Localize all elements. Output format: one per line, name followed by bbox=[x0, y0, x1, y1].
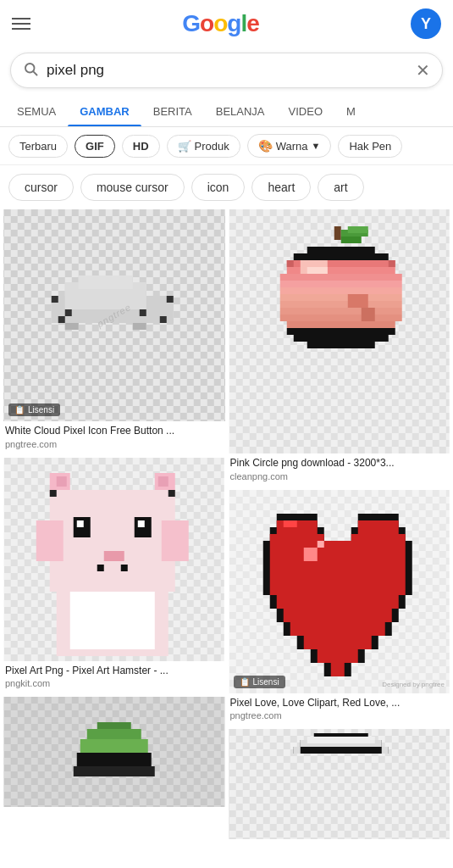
image-title-peach: Pink Circle png download - 3200*3... bbox=[230, 457, 449, 470]
svg-rect-49 bbox=[87, 729, 141, 739]
filter-terbaru[interactable]: Terbaru bbox=[8, 135, 68, 158]
image-hamster bbox=[3, 458, 225, 661]
svg-rect-15 bbox=[140, 309, 146, 316]
svg-rect-67 bbox=[279, 281, 401, 287]
tab-berita[interactable]: BERITA bbox=[141, 97, 204, 126]
menu-button[interactable] bbox=[12, 18, 30, 30]
right-column: Pink Circle png download - 3200*3... cle… bbox=[229, 209, 450, 839]
svg-rect-11 bbox=[79, 275, 133, 289]
suggestion-art[interactable]: art bbox=[318, 174, 363, 201]
tab-more[interactable]: M bbox=[334, 97, 367, 126]
image-heart: 📋 Lisensi Designed by pngtree bbox=[229, 490, 450, 693]
search-input[interactable] bbox=[47, 62, 416, 79]
svg-rect-70 bbox=[279, 301, 401, 308]
tab-video[interactable]: VIDEO bbox=[277, 97, 334, 126]
svg-rect-93 bbox=[357, 520, 398, 534]
svg-rect-128 bbox=[293, 747, 300, 754]
svg-rect-95 bbox=[351, 534, 405, 541]
tab-semua[interactable]: SEMUA bbox=[5, 97, 68, 126]
svg-rect-28 bbox=[158, 476, 168, 487]
image-card-peach[interactable]: Pink Circle png download - 3200*3... cle… bbox=[229, 209, 450, 487]
svg-rect-126 bbox=[293, 747, 388, 754]
svg-rect-106 bbox=[276, 595, 398, 609]
svg-rect-62 bbox=[307, 247, 374, 253]
tab-belanja[interactable]: BELANJA bbox=[204, 97, 277, 126]
logo-letter-o1: o bbox=[200, 10, 213, 37]
license-icon: 📋 bbox=[14, 405, 25, 415]
svg-rect-60 bbox=[347, 226, 367, 233]
search-icon bbox=[23, 61, 38, 81]
svg-rect-81 bbox=[286, 260, 293, 267]
svg-rect-110 bbox=[290, 622, 384, 636]
avatar[interactable]: Y bbox=[411, 8, 441, 39]
svg-rect-51 bbox=[77, 753, 152, 766]
filter-gif[interactable]: GIF bbox=[75, 135, 115, 158]
svg-rect-130 bbox=[307, 737, 374, 743]
filter-hd[interactable]: HD bbox=[122, 135, 160, 158]
logo-letter-e: e bbox=[246, 10, 259, 37]
svg-rect-72 bbox=[279, 314, 401, 321]
suggestion-mouse-cursor[interactable]: mouse cursor bbox=[80, 174, 185, 201]
svg-rect-98 bbox=[269, 541, 405, 554]
svg-rect-76 bbox=[307, 342, 374, 348]
license-label-heart: Lisensi bbox=[253, 677, 279, 687]
image-bottom-right bbox=[229, 729, 450, 839]
svg-rect-118 bbox=[317, 541, 323, 548]
logo-letter-l: l bbox=[240, 10, 246, 37]
svg-rect-29 bbox=[50, 490, 175, 592]
svg-rect-100 bbox=[269, 554, 405, 568]
license-label: Lisensi bbox=[28, 405, 54, 415]
license-badge: 📋 Lisensi bbox=[8, 403, 60, 416]
svg-rect-42 bbox=[168, 490, 175, 497]
svg-rect-40 bbox=[70, 592, 155, 649]
image-card-hamster[interactable]: Pixel Art Png - Pixel Art Hamster - ... … bbox=[3, 458, 225, 694]
svg-rect-116 bbox=[330, 663, 344, 676]
svg-rect-68 bbox=[279, 287, 401, 294]
svg-rect-19 bbox=[160, 316, 167, 323]
svg-rect-108 bbox=[283, 609, 391, 622]
svg-rect-13 bbox=[133, 323, 146, 330]
license-icon-heart: 📋 bbox=[240, 677, 250, 687]
filter-row: Terbaru GIF HD 🛒 Produk 🎨 Warna ▼ Hak Pe… bbox=[0, 127, 453, 165]
filter-produk-label: Produk bbox=[195, 140, 229, 153]
svg-rect-82 bbox=[388, 260, 395, 267]
svg-rect-129 bbox=[381, 747, 388, 754]
image-title-hamster: Pixel Art Png - Pixel Art Hamster - ... bbox=[5, 665, 224, 678]
svg-rect-94 bbox=[269, 534, 323, 541]
filter-hak[interactable]: Hak Pen bbox=[338, 135, 402, 158]
license-badge-heart: 📋 Lisensi bbox=[234, 676, 285, 688]
svg-rect-36 bbox=[104, 551, 124, 561]
image-info-hamster: Pixel Art Png - Pixel Art Hamster - ... … bbox=[3, 661, 225, 694]
suggestion-heart[interactable]: heart bbox=[251, 174, 311, 201]
svg-rect-14 bbox=[65, 309, 72, 316]
suggestion-cursor[interactable]: cursor bbox=[8, 174, 74, 201]
image-cloud: pngtree 📋 Lisensi bbox=[3, 209, 225, 421]
clear-button[interactable]: ✕ bbox=[416, 60, 430, 81]
svg-rect-41 bbox=[50, 490, 57, 497]
image-peach bbox=[229, 209, 450, 453]
image-card-cloud[interactable]: pngtree 📋 Lisensi White Cloud Pixel Icon… bbox=[3, 209, 225, 454]
filter-produk[interactable]: 🛒 Produk bbox=[167, 135, 240, 158]
image-card-bottom-right[interactable] bbox=[229, 729, 450, 839]
svg-rect-48 bbox=[97, 722, 131, 729]
svg-rect-96 bbox=[283, 520, 296, 527]
svg-rect-75 bbox=[293, 335, 388, 342]
suggestion-icon[interactable]: icon bbox=[191, 174, 246, 201]
svg-rect-31 bbox=[162, 520, 189, 561]
svg-rect-71 bbox=[279, 308, 401, 314]
palette-icon: 🎨 bbox=[258, 139, 273, 153]
tab-gambar[interactable]: GAMBAR bbox=[68, 97, 141, 126]
svg-rect-17 bbox=[167, 296, 174, 303]
logo-letter-g2: g bbox=[227, 10, 240, 37]
svg-rect-18 bbox=[58, 316, 65, 323]
image-info-cloud: White Cloud Pixel Icon Free Button ... p… bbox=[3, 421, 225, 454]
svg-rect-37 bbox=[97, 565, 104, 571]
image-info-heart: Pixel Love, Love Clipart, Red Love, ... … bbox=[229, 693, 450, 726]
image-card-bottom-left[interactable] bbox=[3, 697, 225, 807]
produk-icon: 🛒 bbox=[178, 140, 191, 153]
filter-warna[interactable]: 🎨 Warna ▼ bbox=[247, 134, 332, 158]
svg-rect-112 bbox=[303, 636, 371, 649]
image-info-peach: Pink Circle png download - 3200*3... cle… bbox=[229, 453, 450, 487]
image-card-heart[interactable]: 📋 Lisensi Designed by pngtree Pixel Love… bbox=[229, 490, 450, 726]
logo-letter-o2: o bbox=[213, 10, 227, 37]
